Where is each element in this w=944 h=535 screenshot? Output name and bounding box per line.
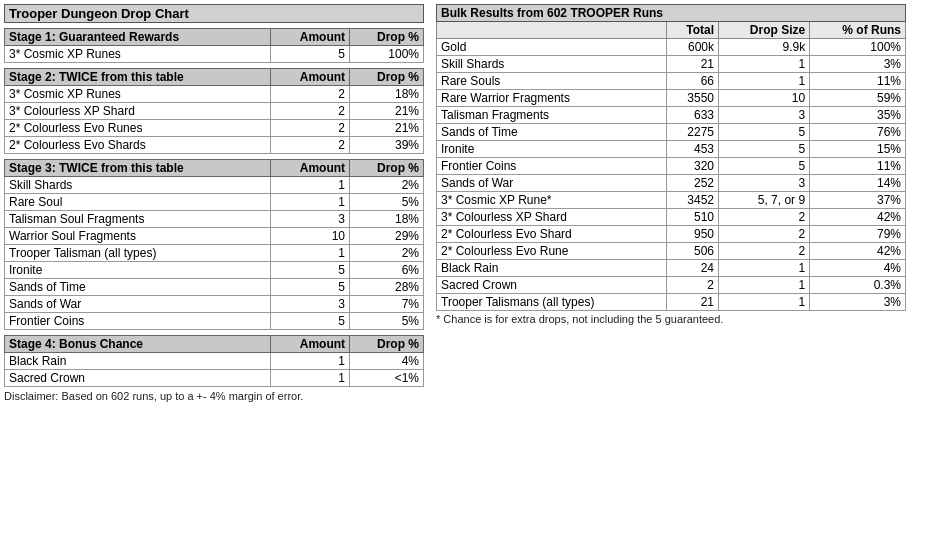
table-row: 3* Cosmic XP Runes 2 18%: [5, 86, 424, 103]
item-drop-size: 2: [719, 226, 810, 243]
table-row: 3* Colourless XP Shard 2 21%: [5, 103, 424, 120]
item-drop-size: 1: [719, 277, 810, 294]
item-total: 3550: [666, 90, 718, 107]
item-pct: 3%: [810, 56, 906, 73]
item-pct: 11%: [810, 73, 906, 90]
disclaimer-text: Disclaimer: Based on 602 runs, up to a +…: [4, 390, 424, 402]
item-amount: 1: [271, 245, 350, 262]
item-total: 320: [666, 158, 718, 175]
item-drop: 29%: [350, 228, 424, 245]
right-col-item: [437, 22, 667, 39]
item-drop-size: 2: [719, 209, 810, 226]
item-pct: 3%: [810, 294, 906, 311]
item-amount: 2: [271, 137, 350, 154]
item-drop-size: 3: [719, 175, 810, 192]
item-label: Gold: [437, 39, 667, 56]
table-row: Gold 600k 9.9k 100%: [437, 39, 906, 56]
item-pct: 37%: [810, 192, 906, 209]
item-drop-size: 1: [719, 260, 810, 277]
item-label: Rare Souls: [437, 73, 667, 90]
table-row: 3* Colourless XP Shard 510 2 42%: [437, 209, 906, 226]
item-drop: 28%: [350, 279, 424, 296]
item-drop: 6%: [350, 262, 424, 279]
table-row: Rare Souls 66 1 11%: [437, 73, 906, 90]
stage3-col-amount: Amount: [271, 160, 350, 177]
right-col-pct: % of Runs: [810, 22, 906, 39]
item-label: 2* Colourless Evo Shards: [5, 137, 271, 154]
item-label: 3* Cosmic XP Runes: [5, 86, 271, 103]
item-drop: 18%: [350, 86, 424, 103]
item-total: 633: [666, 107, 718, 124]
table-row: 2* Colourless Evo Shards 2 39%: [5, 137, 424, 154]
main-layout: Trooper Dungeon Drop Chart Stage 1: Guar…: [4, 4, 940, 402]
item-label: Skill Shards: [5, 177, 271, 194]
item-label: Sands of War: [437, 175, 667, 192]
item-pct: 11%: [810, 158, 906, 175]
item-label: Sacred Crown: [437, 277, 667, 294]
table-row: 3* Cosmic XP Rune* 3452 5, 7, or 9 37%: [437, 192, 906, 209]
item-pct: 59%: [810, 90, 906, 107]
item-label: Sands of War: [5, 296, 271, 313]
right-title-row: Bulk Results from 602 TROOPER Runs: [437, 5, 906, 22]
item-total: 453: [666, 141, 718, 158]
item-amount: 1: [271, 177, 350, 194]
table-row: Skill Shards 1 2%: [5, 177, 424, 194]
item-drop-size: 9.9k: [719, 39, 810, 56]
item-pct: 100%: [810, 39, 906, 56]
item-total: 2: [666, 277, 718, 294]
item-pct: 14%: [810, 175, 906, 192]
item-total: 600k: [666, 39, 718, 56]
item-label: 2* Colourless Evo Shard: [437, 226, 667, 243]
item-label: Black Rain: [437, 260, 667, 277]
item-label: Frontier Coins: [5, 313, 271, 330]
item-amount: 2: [271, 103, 350, 120]
item-label: 2* Colourless Evo Rune: [437, 243, 667, 260]
stage1-header: Stage 1: Guaranteed Rewards: [5, 29, 271, 46]
item-drop: 2%: [350, 177, 424, 194]
item-drop: 21%: [350, 120, 424, 137]
table-row: Sands of War 252 3 14%: [437, 175, 906, 192]
item-drop-size: 1: [719, 56, 810, 73]
table-row: Talisman Fragments 633 3 35%: [437, 107, 906, 124]
table-row: Trooper Talismans (all types) 21 1 3%: [437, 294, 906, 311]
main-title-row: Trooper Dungeon Drop Chart: [5, 5, 424, 23]
item-amount: 2: [271, 86, 350, 103]
right-table: Bulk Results from 602 TROOPER Runs Total…: [436, 4, 906, 311]
item-amount: 5: [271, 313, 350, 330]
item-drop-size: 1: [719, 294, 810, 311]
item-pct: 42%: [810, 243, 906, 260]
item-label: Frontier Coins: [437, 158, 667, 175]
right-panel: Bulk Results from 602 TROOPER Runs Total…: [436, 4, 906, 325]
item-label: 3* Cosmic XP Runes: [5, 46, 271, 63]
item-drop: <1%: [350, 370, 424, 387]
stage3-header: Stage 3: TWICE from this table: [5, 160, 271, 177]
right-col-drop-size: Drop Size: [719, 22, 810, 39]
table-row: Talisman Soul Fragments 3 18%: [5, 211, 424, 228]
item-total: 252: [666, 175, 718, 192]
stage4-col-drop: Drop %: [350, 336, 424, 353]
item-pct: 0.3%: [810, 277, 906, 294]
item-drop-size: 10: [719, 90, 810, 107]
item-label: Rare Warrior Fragments: [437, 90, 667, 107]
item-label: Talisman Soul Fragments: [5, 211, 271, 228]
table-row: Sacred Crown 2 1 0.3%: [437, 277, 906, 294]
item-drop-size: 5: [719, 141, 810, 158]
stage4-col-amount: Amount: [271, 336, 350, 353]
right-note: * Chance is for extra drops, not includi…: [436, 313, 906, 325]
left-table: Trooper Dungeon Drop Chart Stage 1: Guar…: [4, 4, 424, 387]
stage2-header-row: Stage 2: TWICE from this table Amount Dr…: [5, 69, 424, 86]
item-amount: 1: [271, 370, 350, 387]
item-label: Sands of Time: [437, 124, 667, 141]
item-label: Ironite: [5, 262, 271, 279]
item-label: Trooper Talismans (all types): [437, 294, 667, 311]
table-row: Frontier Coins 320 5 11%: [437, 158, 906, 175]
left-panel: Trooper Dungeon Drop Chart Stage 1: Guar…: [4, 4, 424, 402]
item-drop-size: 3: [719, 107, 810, 124]
item-drop: 2%: [350, 245, 424, 262]
table-row: 2* Colourless Evo Runes 2 21%: [5, 120, 424, 137]
item-pct: 79%: [810, 226, 906, 243]
item-total: 506: [666, 243, 718, 260]
table-row: Skill Shards 21 1 3%: [437, 56, 906, 73]
item-label: 3* Colourless XP Shard: [5, 103, 271, 120]
stage3-col-drop: Drop %: [350, 160, 424, 177]
